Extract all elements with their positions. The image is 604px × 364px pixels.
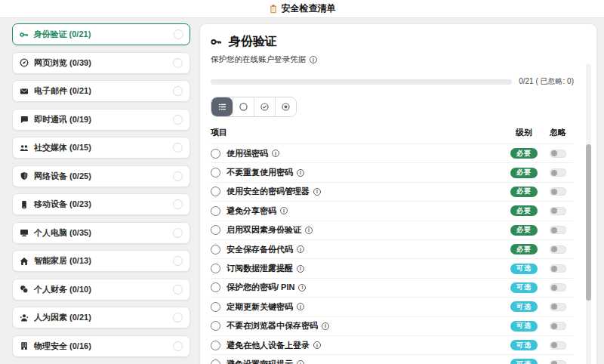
info-icon[interactable]: i (313, 341, 321, 349)
item-label: 使用安全的密码管理器 (226, 186, 310, 197)
users-icon (20, 143, 29, 153)
sidebar-item[interactable]: 身份验证 (0/21) (12, 23, 190, 45)
sidebar-item[interactable]: 个人财务 (0/10) (12, 279, 190, 301)
level-badge: 可选 (510, 301, 538, 312)
item-checkbox[interactable] (211, 149, 220, 159)
sidebar-item[interactable]: 物理安全 (0/16) (12, 335, 190, 357)
category-status-circle (173, 86, 183, 96)
item-checkbox[interactable] (211, 321, 220, 331)
sidebar-item[interactable]: 社交媒体 (0/15) (12, 137, 190, 159)
level-badge: 必要 (510, 225, 538, 236)
item-checkbox[interactable] (211, 282, 220, 292)
ignore-toggle[interactable] (550, 322, 566, 330)
level-badge: 可选 (510, 321, 538, 332)
toggle-knob (551, 342, 557, 348)
info-icon[interactable]: i (310, 56, 317, 63)
item-label: 安全保存备份代码 (226, 244, 293, 255)
checklist-row: 避免设置密码提示i可选 (211, 354, 574, 364)
info-icon[interactable]: i (297, 360, 304, 364)
checklist-row: 启用双因素身份验证i必要 (211, 221, 574, 239)
app-title: 安全检查清单 (282, 2, 336, 15)
toggle-knob (551, 266, 557, 272)
ignore-toggle[interactable] (550, 341, 566, 350)
main-panel: 身份验证 保护您的在线账户登录凭据 i 0/21 ( 已忽略: 0) 项目 级别… (199, 23, 597, 364)
sidebar-item[interactable]: 网络设备 (0/25) (12, 165, 190, 187)
info-icon[interactable]: i (280, 207, 288, 214)
item-label: 保护您的密码/ PIN (226, 282, 294, 293)
item-label: 避免在他人设备上登录 (226, 340, 310, 351)
info-icon[interactable]: i (297, 303, 304, 310)
toggle-knob (551, 361, 557, 364)
level-badge: 必要 (510, 244, 538, 254)
item-checkbox[interactable] (211, 264, 220, 273)
sidebar-item[interactable]: 智能家居 (0/13) (12, 250, 190, 272)
checklist-row: 保护您的密码/ PINi可选 (211, 278, 574, 297)
info-icon[interactable]: i (313, 188, 321, 196)
ignore-toggle[interactable] (550, 283, 566, 292)
view-unchecked-button[interactable] (233, 97, 254, 116)
info-icon[interactable]: i (298, 284, 306, 292)
info-icon[interactable]: i (297, 265, 304, 273)
progress-label: 0/21 ( 已忽略: 0) (519, 76, 574, 87)
level-badge: 必要 (510, 168, 538, 178)
person-icon (20, 313, 29, 322)
toggle-knob (551, 323, 557, 329)
info-icon[interactable]: i (322, 322, 329, 330)
category-status-circle (173, 58, 183, 68)
ignore-toggle[interactable] (550, 187, 566, 196)
checklist-row: 使用安全的密码管理器i必要 (211, 182, 574, 201)
ignore-toggle[interactable] (550, 264, 566, 273)
sidebar-item[interactable]: 电子邮件 (0/21) (12, 80, 190, 102)
view-ignored-button[interactable] (275, 97, 296, 116)
info-icon[interactable]: i (272, 150, 279, 157)
item-label: 避免设置密码提示 (226, 359, 293, 364)
view-list-button[interactable] (211, 97, 233, 116)
filter-group (211, 97, 297, 117)
item-checkbox[interactable] (211, 302, 220, 312)
info-icon[interactable]: i (305, 227, 313, 234)
sidebar-item-label: 电子邮件 (0/21) (34, 85, 91, 97)
sidebar-item-label: 人为因素 (0/21) (34, 312, 91, 323)
sidebar-item[interactable]: 网页浏览 (0/39) (12, 52, 190, 74)
app-header: 安全检查清单 (0, 0, 604, 18)
ignore-toggle[interactable] (550, 360, 566, 364)
ignore-toggle[interactable] (550, 226, 566, 234)
sidebar-item[interactable]: 移动设备 (0/23) (12, 193, 190, 215)
ignore-toggle[interactable] (550, 245, 566, 254)
view-checked-button[interactable] (254, 97, 275, 116)
item-checkbox[interactable] (211, 206, 220, 216)
compass-icon (20, 58, 29, 67)
clipboard-icon (269, 5, 278, 14)
list-icon (217, 102, 227, 112)
scrollbar-thumb[interactable] (586, 144, 591, 301)
sidebar-item[interactable]: 个人电脑 (0/35) (12, 222, 190, 244)
ignore-toggle[interactable] (550, 168, 566, 177)
item-checkbox[interactable] (211, 245, 220, 254)
info-icon[interactable]: i (297, 169, 304, 177)
category-status-circle (173, 143, 183, 153)
sidebar-item-label: 个人财务 (0/10) (34, 284, 91, 295)
category-status-circle (173, 313, 183, 322)
ignore-toggle[interactable] (550, 150, 566, 158)
checklist-row: 避免在他人设备上登录i可选 (211, 335, 574, 354)
ignore-toggle[interactable] (550, 303, 566, 311)
sidebar-item[interactable]: 人为因素 (0/21) (12, 307, 190, 329)
level-badge: 可选 (510, 282, 538, 293)
sidebar-item-label: 网页浏览 (0/39) (34, 57, 91, 69)
ignore-toggle[interactable] (550, 207, 566, 215)
item-checkbox[interactable] (211, 187, 220, 196)
building-icon (20, 341, 29, 350)
item-checkbox[interactable] (211, 168, 220, 177)
item-checkbox[interactable] (211, 341, 220, 350)
coins-icon (20, 285, 29, 294)
column-header-item: 项目 (211, 127, 506, 138)
checklist-row: 使用强密码i必要 (211, 143, 574, 162)
item-checkbox[interactable] (211, 359, 220, 364)
sidebar-item-label: 智能家居 (0/13) (34, 255, 91, 267)
item-label: 使用强密码 (226, 148, 268, 159)
ignore-icon (281, 102, 291, 112)
shield-icon (20, 171, 29, 180)
sidebar-item[interactable]: 即时通讯 (0/19) (12, 109, 190, 131)
info-icon[interactable]: i (297, 245, 304, 253)
item-checkbox[interactable] (211, 225, 220, 235)
